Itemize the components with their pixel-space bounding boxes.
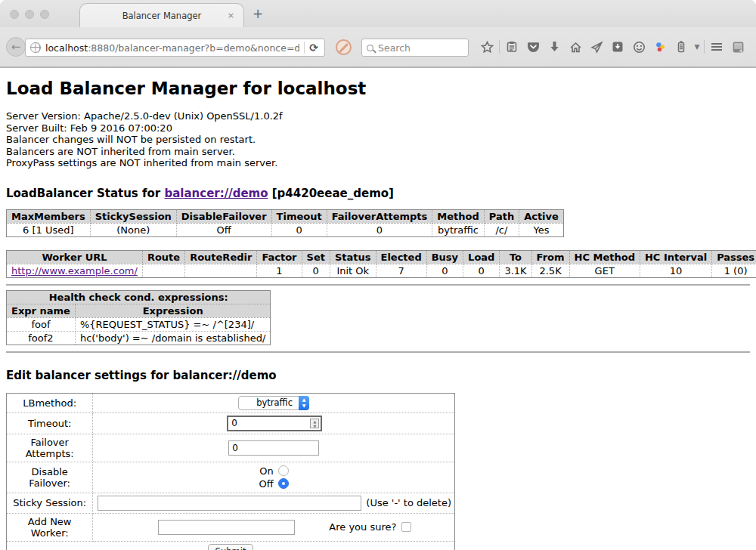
col-load: Load	[463, 250, 500, 264]
worker-row: http://www.example.com/ 1 0 Init Ok 7 0 …	[7, 264, 756, 277]
col-to: To	[500, 250, 531, 264]
close-window-icon[interactable]	[10, 10, 19, 19]
toolbar-icons: ▼	[476, 37, 748, 57]
col-expr-name: Expr name	[7, 304, 76, 317]
disable-failover-on-radio[interactable]	[278, 465, 289, 476]
submit-button[interactable]: Submit	[208, 544, 254, 550]
search-icon	[367, 45, 373, 51]
table-header-row: MaxMembers StickySession DisableFailover…	[7, 209, 564, 223]
url-path: :8880/balancer-manager?b=demo&nonce=decc…	[88, 42, 299, 54]
col-maxmembers: MaxMembers	[7, 209, 91, 223]
failover-attempts-cell	[93, 434, 455, 462]
health-check-table: Health check cond. expressions: Expr nam…	[6, 290, 271, 345]
submit-cell: Submit	[7, 541, 455, 550]
col-elected: Elected	[376, 250, 426, 264]
reload-icon[interactable]: ⟳	[309, 42, 318, 54]
col-failoverattempts: FailoverAttempts	[327, 209, 432, 223]
disable-failover-label: Disable Failover:	[7, 462, 93, 493]
cell-active: Yes	[519, 223, 564, 236]
globe-icon	[30, 42, 41, 53]
cell-load: 0	[463, 264, 500, 277]
col-route: Route	[142, 250, 184, 264]
search-input[interactable]	[378, 42, 454, 54]
zoom-window-icon[interactable]	[40, 10, 49, 19]
container-battery-icon[interactable]	[671, 37, 692, 57]
browser-chrome: Balancer Manager × + ← localhost:8880/ba…	[0, 0, 756, 68]
pocket-icon[interactable]	[522, 37, 544, 57]
screenshot-grid-icon[interactable]	[727, 37, 748, 57]
col-busy: Busy	[426, 250, 463, 264]
search-bar[interactable]	[361, 39, 469, 57]
bookmarks-clipboard-icon[interactable]	[501, 37, 522, 57]
col-hc-method: HC Method	[569, 250, 640, 264]
url-bar[interactable]: localhost:8880/balancer-manager?b=demo&n…	[25, 39, 325, 57]
page-title: Load Balancer Manager for localhost	[6, 79, 750, 98]
col-stickysession: StickySession	[90, 209, 176, 223]
server-built: Server Built: Feb 9 2016 07:00:20	[6, 122, 750, 134]
minimize-window-icon[interactable]	[25, 10, 34, 19]
cell-expr-name: foof	[7, 317, 76, 331]
send-plane-icon[interactable]	[586, 37, 607, 57]
cell-expression: %{REQUEST_STATUS} =~ /^[234]/	[75, 317, 271, 331]
col-path: Path	[484, 209, 519, 223]
table-header-row: Expr name Expression	[7, 304, 271, 317]
lbmethod-select[interactable]: bytraffic ▲▼	[238, 396, 309, 410]
tab-close-icon[interactable]: ×	[228, 11, 234, 20]
download-icon[interactable]	[544, 37, 565, 57]
failover-attempts-input[interactable]	[228, 440, 319, 456]
home-icon[interactable]	[565, 37, 586, 57]
form-row-disable-failover: Disable Failover: On Off	[7, 462, 455, 493]
cell-routeredir	[185, 264, 257, 277]
sticky-session-cell: (Use '-' to delete)	[93, 493, 455, 513]
save-to-device-icon[interactable]	[607, 37, 628, 57]
add-worker-input[interactable]	[158, 520, 295, 535]
col-set: Set	[302, 250, 330, 264]
disable-failover-off-radio[interactable]	[278, 478, 289, 489]
worker-url-link[interactable]: http://www.example.com/	[11, 265, 138, 277]
col-hc-interval: HC Interval	[640, 250, 711, 264]
new-tab-button[interactable]: +	[253, 8, 263, 20]
section-divider	[6, 284, 750, 286]
bookmark-star-icon[interactable]	[476, 37, 497, 57]
table-row: 6 [1 Used] (None) Off 0 0 bytraffic /c/ …	[7, 223, 564, 236]
server-info: Server Version: Apache/2.5.0-dev (Unix) …	[6, 110, 750, 169]
server-version: Server Version: Apache/2.5.0-dev (Unix) …	[6, 110, 750, 122]
lbmethod-cell: bytraffic ▲▼	[93, 393, 455, 412]
balancer-demo-link[interactable]: balancer://demo	[164, 187, 268, 200]
sticky-session-input[interactable]	[98, 496, 361, 511]
cell-path: /c/	[484, 223, 519, 236]
cell-stickysession: (None)	[90, 223, 176, 236]
cell-passes: 1 (0)	[712, 264, 756, 277]
worker-table: Worker URL Route RouteRedir Factor Set S…	[6, 250, 756, 278]
back-button[interactable]: ←	[6, 37, 26, 57]
timeout-input[interactable]	[227, 416, 322, 431]
extension-dots-icon[interactable]	[649, 37, 671, 57]
health-table-title: Health check cond. expressions:	[7, 290, 271, 304]
status-heading-prefix: LoadBalancer Status for	[6, 187, 164, 200]
cell-status: Init Ok	[330, 264, 376, 277]
url-host: localhost	[45, 42, 88, 54]
notice-persist: Balancer changes will NOT be persisted o…	[6, 134, 750, 146]
tab-balancer-manager[interactable]: Balancer Manager ×	[79, 3, 244, 27]
chevron-down-icon[interactable]: ▼	[692, 43, 702, 51]
col-factor: Factor	[257, 250, 302, 264]
feedback-smiley-icon[interactable]	[628, 37, 649, 57]
adblock-icon[interactable]	[336, 39, 352, 55]
cell-factor: 1	[257, 264, 302, 277]
cell-set: 0	[302, 264, 330, 277]
cell-worker-url: http://www.example.com/	[7, 264, 143, 277]
cell-expression: hc('body') =~ /domain is established/	[75, 331, 271, 345]
menu-hamburger-icon[interactable]	[706, 37, 727, 57]
toolbar-divider	[499, 40, 500, 54]
toolbar-divider	[704, 40, 705, 54]
status-heading-suffix: [p4420eeae_demo]	[268, 187, 394, 200]
col-status: Status	[330, 250, 376, 264]
sticky-session-label: Sticky Session:	[7, 493, 93, 513]
number-spinner-icon[interactable]: ▲▼	[310, 419, 319, 428]
cell-method: bytraffic	[432, 223, 484, 236]
col-passes: Passes	[712, 250, 756, 264]
col-worker-url: Worker URL	[7, 250, 143, 264]
cell-to: 3.1K	[500, 264, 531, 277]
are-you-sure-checkbox[interactable]	[401, 522, 411, 532]
col-active: Active	[519, 209, 564, 223]
